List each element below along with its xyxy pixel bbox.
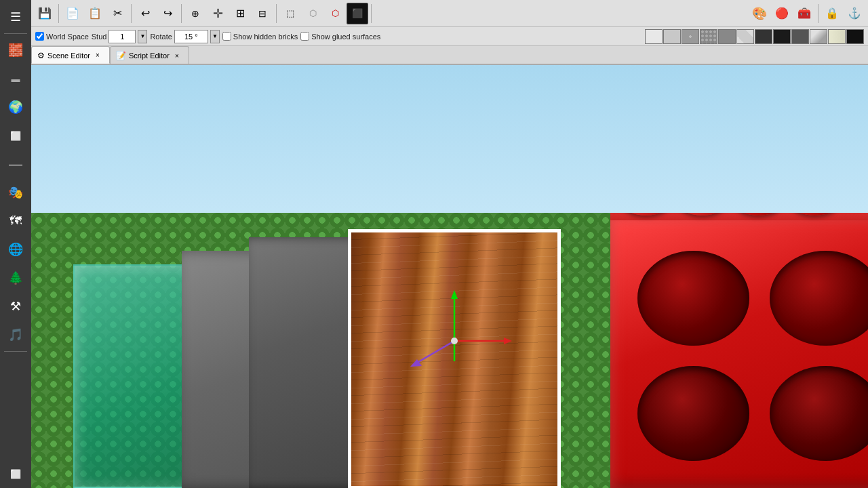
- toolbar-sep-6: [818, 4, 818, 23]
- options-toolbar: World Space Stud ▼ Rotate ▼ Show hidden …: [31, 27, 868, 46]
- red-lego-block[interactable]: [610, 217, 868, 488]
- sidebar-item-models[interactable]: 🎭: [2, 179, 29, 206]
- swatch-black[interactable]: [846, 29, 864, 44]
- ground-plane: [31, 213, 868, 488]
- scale-button[interactable]: ⊞: [229, 3, 251, 24]
- tabs-bar: ⚙ Scene Editor × 📝 Script Editor ×: [31, 46, 868, 65]
- toolbar-sep-4: [276, 4, 277, 23]
- union-button[interactable]: ⬡: [302, 3, 323, 24]
- sky-background: [31, 65, 868, 235]
- show-hidden-item: Show hidden bricks: [222, 32, 298, 41]
- world-space-item: World Space: [35, 32, 89, 41]
- toolbar-sep-2: [131, 4, 132, 23]
- scene-editor-tab-label: Scene Editor: [47, 52, 90, 60]
- script-editor-tab-label: Script Editor: [129, 52, 170, 60]
- red-block-stud-holes: [624, 237, 868, 474]
- swatch-beige[interactable]: [828, 29, 846, 44]
- script-editor-icon: 📝: [116, 51, 126, 60]
- sidebar-item-audio[interactable]: 🎵: [2, 321, 29, 348]
- rotate-input[interactable]: [174, 30, 208, 43]
- sidebar-divider-1: [4, 33, 27, 34]
- toolbar-sep-1: [58, 4, 59, 23]
- main-toolbar: 💾 📄 📋 ✂ ↩ ↪ ⊕ ✛ ⊞ ⊟ ⬚ ⬡ ⬡ ⬛ 🎨 🔴 🧰 🔒 ⚓: [31, 0, 868, 27]
- tab-scene-editor[interactable]: ⚙ Scene Editor ×: [31, 46, 110, 64]
- world-space-checkbox[interactable]: [35, 32, 44, 41]
- red-block-top-face: [610, 213, 868, 220]
- scene-editor-icon: ⚙: [37, 51, 45, 60]
- swatch-med-gray[interactable]: [718, 29, 736, 44]
- sidebar-item-parts[interactable]: 🧱: [2, 37, 29, 64]
- material-red-button[interactable]: 🔴: [771, 3, 793, 24]
- toolbar-sep-5: [371, 4, 372, 23]
- lock-button[interactable]: 🔒: [821, 3, 843, 24]
- show-hidden-label: Show hidden bricks: [233, 33, 298, 41]
- left-sidebar: ☰ 🧱 ▬ 🌍 ⬜ — 🎭 🗺 🌐 🌲 ⚒ 🎵 ⬜: [0, 0, 31, 488]
- sidebar-item-tools[interactable]: ⚒: [2, 293, 29, 320]
- negate-button[interactable]: ⬛: [347, 3, 368, 24]
- swatch-light[interactable]: [736, 29, 754, 44]
- sidebar-item-blank: ⬜: [2, 122, 29, 149]
- new-button[interactable]: 📄: [62, 3, 83, 24]
- swatch-gray-dots[interactable]: [682, 29, 699, 44]
- viewport[interactable]: [31, 65, 868, 488]
- save-button[interactable]: 💾: [34, 3, 56, 24]
- swatch-silver[interactable]: [810, 29, 827, 44]
- swatch-white[interactable]: [645, 29, 663, 44]
- rotate-label: Rotate: [150, 33, 172, 41]
- sidebar-item-menu[interactable]: ☰: [2, 3, 29, 30]
- tab-script-editor[interactable]: 📝 Script Editor ×: [110, 46, 189, 64]
- show-hidden-checkbox[interactable]: [222, 32, 231, 41]
- script-editor-close[interactable]: ×: [172, 51, 182, 60]
- paint-button[interactable]: 🎨: [749, 3, 770, 24]
- toolbox-button[interactable]: 🧰: [793, 3, 815, 24]
- stud-dropdown[interactable]: ▼: [138, 30, 147, 43]
- show-glued-item: Show glued surfaces: [300, 32, 380, 41]
- redo-button[interactable]: ↪: [157, 3, 178, 24]
- sidebar-item-properties[interactable]: ▬: [2, 65, 29, 92]
- undo-button[interactable]: ↩: [134, 3, 156, 24]
- sidebar-item-terrain[interactable]: 🗺: [2, 207, 29, 235]
- stud-item: Stud ▼: [92, 30, 148, 43]
- toolbar-sep-3: [181, 4, 182, 23]
- sidebar-item-bottom: ⬜: [2, 460, 29, 487]
- wood-block[interactable]: [349, 230, 559, 488]
- rotate-dropdown[interactable]: ▼: [210, 30, 220, 43]
- select-button[interactable]: ⊕: [184, 3, 206, 24]
- swatch-gray-2[interactable]: [700, 29, 717, 44]
- copy-button[interactable]: 📋: [84, 3, 106, 24]
- stud-label: Stud: [92, 33, 107, 41]
- sidebar-item-collapse[interactable]: —: [2, 150, 29, 178]
- select-rect-button[interactable]: ⬚: [279, 3, 301, 24]
- sidebar-item-effects[interactable]: 🌲: [2, 264, 29, 291]
- swatch-very-dark[interactable]: [773, 29, 791, 44]
- wood-grain: [351, 232, 557, 486]
- scene-editor-close[interactable]: ×: [93, 51, 102, 60]
- sidebar-item-globe[interactable]: 🌐: [2, 236, 29, 263]
- anchor-button[interactable]: ⚓: [844, 3, 865, 24]
- move-button[interactable]: ✛: [207, 3, 229, 24]
- swatch-charcoal[interactable]: [791, 29, 809, 44]
- color-swatches: [645, 29, 864, 44]
- sidebar-divider-2: [4, 351, 27, 352]
- rotate-item: Rotate ▼: [150, 30, 219, 43]
- rotate-button[interactable]: ⊟: [252, 3, 273, 24]
- swatch-light-gray[interactable]: [663, 29, 681, 44]
- cut-button[interactable]: ✂: [106, 3, 128, 24]
- intersect-button[interactable]: ⬡: [324, 3, 346, 24]
- world-space-label: World Space: [46, 33, 89, 41]
- sidebar-item-world[interactable]: 🌍: [2, 94, 29, 121]
- stud-input[interactable]: [108, 30, 136, 43]
- show-glued-checkbox[interactable]: [300, 32, 309, 41]
- show-glued-label: Show glued surfaces: [311, 33, 380, 41]
- swatch-dark-gray[interactable]: [755, 29, 772, 44]
